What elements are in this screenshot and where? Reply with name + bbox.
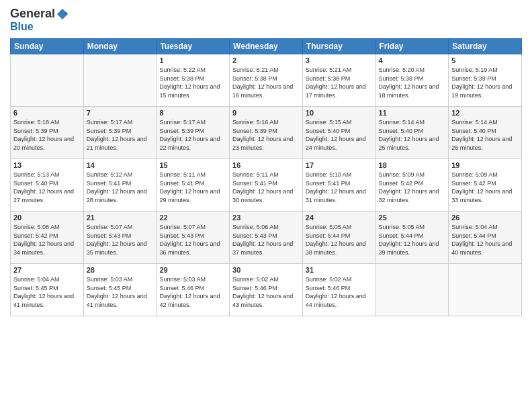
week-row-0: 1Sunrise: 5:22 AM Sunset: 5:38 PM Daylig…	[11, 54, 522, 107]
day-cell: 12Sunrise: 5:14 AM Sunset: 5:40 PM Dayli…	[449, 107, 522, 159]
weekday-wednesday: Wednesday	[230, 39, 303, 54]
day-info: Sunrise: 5:16 AM Sunset: 5:39 PM Dayligh…	[232, 118, 300, 152]
day-info: Sunrise: 5:03 AM Sunset: 5:45 PM Dayligh…	[87, 275, 154, 309]
day-cell	[449, 264, 522, 316]
weekday-friday: Friday	[375, 39, 449, 54]
day-cell: 25Sunrise: 5:05 AM Sunset: 5:44 PM Dayli…	[375, 212, 449, 264]
day-number: 11	[379, 109, 446, 117]
day-info: Sunrise: 5:03 AM Sunset: 5:46 PM Dayligh…	[159, 275, 226, 309]
weekday-tuesday: Tuesday	[157, 39, 230, 54]
day-cell: 10Sunrise: 5:15 AM Sunset: 5:40 PM Dayli…	[302, 107, 375, 159]
logo-icon	[56, 7, 69, 21]
day-info: Sunrise: 5:09 AM Sunset: 5:42 PM Dayligh…	[451, 171, 519, 204]
day-cell: 16Sunrise: 5:11 AM Sunset: 5:41 PM Dayli…	[230, 159, 303, 212]
day-info: Sunrise: 5:21 AM Sunset: 5:38 PM Dayligh…	[306, 66, 373, 99]
day-cell: 26Sunrise: 5:04 AM Sunset: 5:44 PM Dayli…	[449, 212, 522, 264]
day-info: Sunrise: 5:02 AM Sunset: 5:46 PM Dayligh…	[306, 275, 373, 309]
weekday-saturday: Saturday	[449, 39, 522, 54]
day-info: Sunrise: 5:17 AM Sunset: 5:39 PM Dayligh…	[87, 118, 154, 152]
day-cell: 18Sunrise: 5:09 AM Sunset: 5:42 PM Dayli…	[375, 159, 449, 212]
day-info: Sunrise: 5:06 AM Sunset: 5:43 PM Dayligh…	[232, 223, 300, 257]
day-number: 25	[379, 214, 446, 222]
day-number: 27	[13, 266, 81, 274]
day-info: Sunrise: 5:07 AM Sunset: 5:43 PM Dayligh…	[87, 223, 154, 257]
day-number: 13	[13, 161, 81, 169]
day-number: 6	[13, 109, 81, 117]
day-info: Sunrise: 5:17 AM Sunset: 5:39 PM Dayligh…	[159, 118, 226, 152]
day-info: Sunrise: 5:18 AM Sunset: 5:39 PM Dayligh…	[13, 118, 81, 152]
calendar-table: SundayMondayTuesdayWednesdayThursdayFrid…	[10, 38, 522, 316]
day-info: Sunrise: 5:10 AM Sunset: 5:41 PM Dayligh…	[306, 171, 373, 204]
weekday-sunday: Sunday	[11, 39, 84, 54]
day-number: 26	[451, 214, 519, 222]
day-number: 18	[379, 161, 446, 169]
day-cell: 14Sunrise: 5:12 AM Sunset: 5:41 PM Dayli…	[83, 159, 157, 212]
day-cell: 2Sunrise: 5:21 AM Sunset: 5:38 PM Daylig…	[230, 54, 303, 107]
day-number: 10	[306, 109, 373, 117]
day-cell: 7Sunrise: 5:17 AM Sunset: 5:39 PM Daylig…	[83, 107, 157, 159]
weekday-thursday: Thursday	[302, 39, 375, 54]
day-cell: 29Sunrise: 5:03 AM Sunset: 5:46 PM Dayli…	[157, 264, 230, 316]
day-number: 31	[306, 266, 373, 274]
day-info: Sunrise: 5:13 AM Sunset: 5:40 PM Dayligh…	[13, 171, 81, 204]
day-cell: 20Sunrise: 5:08 AM Sunset: 5:42 PM Dayli…	[11, 212, 84, 264]
day-cell: 22Sunrise: 5:07 AM Sunset: 5:43 PM Dayli…	[157, 212, 230, 264]
day-cell: 15Sunrise: 5:11 AM Sunset: 5:41 PM Dayli…	[157, 159, 230, 212]
day-number: 1	[159, 56, 226, 64]
day-info: Sunrise: 5:08 AM Sunset: 5:42 PM Dayligh…	[13, 223, 81, 257]
weekday-header-row: SundayMondayTuesdayWednesdayThursdayFrid…	[11, 39, 522, 54]
day-info: Sunrise: 5:21 AM Sunset: 5:38 PM Dayligh…	[232, 66, 300, 99]
day-number: 29	[159, 266, 226, 274]
day-number: 22	[159, 214, 226, 222]
day-cell: 19Sunrise: 5:09 AM Sunset: 5:42 PM Dayli…	[449, 159, 522, 212]
week-row-1: 6Sunrise: 5:18 AM Sunset: 5:39 PM Daylig…	[11, 107, 522, 159]
day-info: Sunrise: 5:15 AM Sunset: 5:40 PM Dayligh…	[306, 118, 373, 152]
day-info: Sunrise: 5:22 AM Sunset: 5:38 PM Dayligh…	[159, 66, 226, 99]
day-cell: 30Sunrise: 5:02 AM Sunset: 5:46 PM Dayli…	[230, 264, 303, 316]
page: General Blue SundayMondayTuesdayWednesda…	[0, 0, 532, 411]
day-number: 5	[451, 56, 519, 64]
day-cell: 17Sunrise: 5:10 AM Sunset: 5:41 PM Dayli…	[302, 159, 375, 212]
day-number: 14	[87, 161, 154, 169]
week-row-2: 13Sunrise: 5:13 AM Sunset: 5:40 PM Dayli…	[11, 159, 522, 212]
day-info: Sunrise: 5:05 AM Sunset: 5:44 PM Dayligh…	[379, 223, 446, 257]
day-number: 30	[232, 266, 300, 274]
day-cell: 11Sunrise: 5:14 AM Sunset: 5:40 PM Dayli…	[375, 107, 449, 159]
day-cell: 3Sunrise: 5:21 AM Sunset: 5:38 PM Daylig…	[302, 54, 375, 107]
day-number: 23	[232, 214, 300, 222]
day-cell	[11, 54, 84, 107]
day-number: 17	[306, 161, 373, 169]
day-cell	[375, 264, 449, 316]
day-cell: 28Sunrise: 5:03 AM Sunset: 5:45 PM Dayli…	[83, 264, 157, 316]
day-info: Sunrise: 5:12 AM Sunset: 5:41 PM Dayligh…	[87, 171, 154, 204]
day-info: Sunrise: 5:11 AM Sunset: 5:41 PM Dayligh…	[232, 171, 300, 204]
day-number: 21	[87, 214, 154, 222]
day-cell: 8Sunrise: 5:17 AM Sunset: 5:39 PM Daylig…	[157, 107, 230, 159]
weekday-monday: Monday	[83, 39, 157, 54]
day-info: Sunrise: 5:09 AM Sunset: 5:42 PM Dayligh…	[379, 171, 446, 204]
day-number: 7	[87, 109, 154, 117]
week-row-3: 20Sunrise: 5:08 AM Sunset: 5:42 PM Dayli…	[11, 212, 522, 264]
logo-blue-text: Blue	[10, 21, 34, 33]
day-cell: 31Sunrise: 5:02 AM Sunset: 5:46 PM Dayli…	[302, 264, 375, 316]
day-cell: 23Sunrise: 5:06 AM Sunset: 5:43 PM Dayli…	[230, 212, 303, 264]
day-info: Sunrise: 5:14 AM Sunset: 5:40 PM Dayligh…	[379, 118, 446, 152]
day-number: 9	[232, 109, 300, 117]
day-cell: 6Sunrise: 5:18 AM Sunset: 5:39 PM Daylig…	[11, 107, 84, 159]
header: General Blue	[10, 7, 522, 33]
day-info: Sunrise: 5:07 AM Sunset: 5:43 PM Dayligh…	[159, 223, 226, 257]
day-cell: 5Sunrise: 5:19 AM Sunset: 5:39 PM Daylig…	[449, 54, 522, 107]
day-number: 19	[451, 161, 519, 169]
week-row-4: 27Sunrise: 5:04 AM Sunset: 5:45 PM Dayli…	[11, 264, 522, 316]
day-info: Sunrise: 5:04 AM Sunset: 5:44 PM Dayligh…	[451, 223, 519, 257]
day-info: Sunrise: 5:02 AM Sunset: 5:46 PM Dayligh…	[232, 275, 300, 309]
day-info: Sunrise: 5:04 AM Sunset: 5:45 PM Dayligh…	[13, 275, 81, 309]
day-number: 28	[87, 266, 154, 274]
day-cell: 27Sunrise: 5:04 AM Sunset: 5:45 PM Dayli…	[11, 264, 84, 316]
logo-general-text: General	[10, 7, 55, 21]
day-number: 20	[13, 214, 81, 222]
day-info: Sunrise: 5:14 AM Sunset: 5:40 PM Dayligh…	[451, 118, 519, 152]
day-number: 24	[306, 214, 373, 222]
day-cell: 4Sunrise: 5:20 AM Sunset: 5:38 PM Daylig…	[375, 54, 449, 107]
day-number: 3	[306, 56, 373, 64]
